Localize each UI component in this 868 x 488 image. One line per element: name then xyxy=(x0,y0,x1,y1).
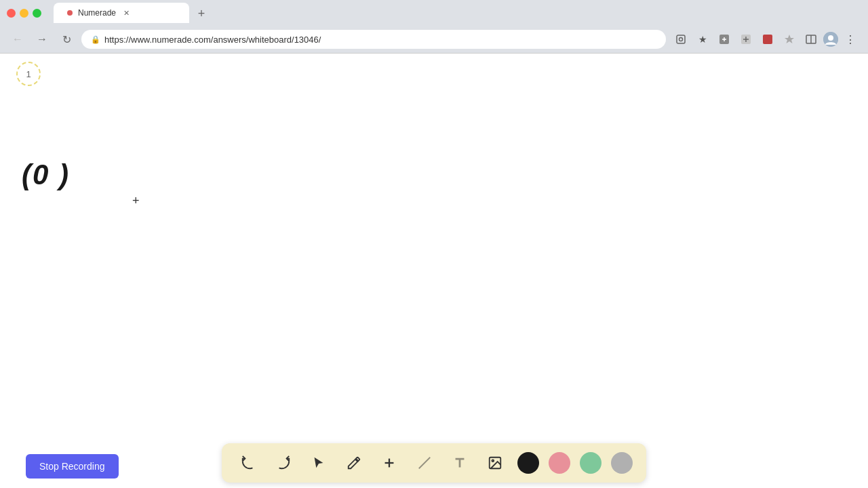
back-button[interactable]: ← xyxy=(8,30,27,49)
svg-point-13 xyxy=(492,460,494,462)
page-number-badge: 1 xyxy=(16,62,41,86)
canvas-area[interactable]: 1 (0 ) + Stop Recording xyxy=(0,54,868,488)
svg-rect-5 xyxy=(763,35,772,44)
redo-button[interactable] xyxy=(271,450,296,476)
minimize-button[interactable] xyxy=(20,9,28,18)
address-input[interactable]: 🔒 https://www.numerade.com/answers/white… xyxy=(81,30,666,49)
tab-dot xyxy=(67,10,73,16)
window-controls xyxy=(7,9,41,18)
browser-toolbar-icons: ★ ⋮ xyxy=(671,30,860,49)
maximize-button[interactable] xyxy=(33,9,41,18)
text-tool-button[interactable] xyxy=(447,450,473,476)
eraser-tool-button[interactable] xyxy=(412,450,437,476)
avatar[interactable] xyxy=(823,32,838,47)
select-tool-button[interactable] xyxy=(306,450,332,476)
cursor-crosshair: + xyxy=(132,194,140,208)
forward-button[interactable]: → xyxy=(33,30,52,49)
bookmark-icon[interactable]: ★ xyxy=(693,30,712,49)
title-bar: Numerade ✕ + xyxy=(0,0,868,26)
bottom-toolbar: Stop Recording xyxy=(0,438,868,488)
add-tool-button[interactable] xyxy=(376,450,402,476)
page-number: 1 xyxy=(26,69,31,79)
extension-icon2[interactable] xyxy=(736,30,755,49)
new-tab-button[interactable]: + xyxy=(192,4,211,23)
svg-point-2 xyxy=(679,38,683,41)
drawing-toolbar xyxy=(222,443,646,483)
tab-bar: Numerade ✕ + xyxy=(54,3,211,23)
stop-recording-button[interactable]: Stop Recording xyxy=(26,454,119,479)
svg-rect-1 xyxy=(677,35,685,43)
reload-button[interactable]: ↻ xyxy=(57,30,76,49)
lock-icon: 🔒 xyxy=(91,35,100,44)
image-tool-button[interactable] xyxy=(482,450,508,476)
math-expression: (0 ) xyxy=(22,159,70,191)
address-bar: ← → ↻ 🔒 https://www.numerade.com/answers… xyxy=(0,26,868,53)
green-color-button[interactable] xyxy=(580,452,601,474)
gray-color-button[interactable] xyxy=(611,452,633,474)
black-color-button[interactable] xyxy=(517,452,539,474)
svg-point-9 xyxy=(828,35,833,41)
extension-icon1[interactable] xyxy=(715,30,734,49)
split-screen-icon[interactable] xyxy=(802,30,821,49)
more-options-icon[interactable]: ⋮ xyxy=(841,30,860,49)
active-tab[interactable]: Numerade ✕ xyxy=(54,3,189,23)
tab-close-button[interactable]: ✕ xyxy=(121,8,131,18)
tab-title: Numerade xyxy=(78,8,116,18)
close-button[interactable] xyxy=(7,9,16,18)
download-icon[interactable] xyxy=(671,30,690,49)
url-text: https://www.numerade.com/answers/whitebo… xyxy=(104,35,321,45)
undo-button[interactable] xyxy=(235,450,261,476)
extension-icon3[interactable] xyxy=(758,30,777,49)
pen-tool-button[interactable] xyxy=(341,450,367,476)
browser-window: Numerade ✕ + ← → ↻ 🔒 https://www.numerad… xyxy=(0,0,868,488)
extension-icon4[interactable] xyxy=(780,30,799,49)
pink-color-button[interactable] xyxy=(549,452,570,474)
page-content: 1 (0 ) + Stop Recording xyxy=(0,53,868,488)
